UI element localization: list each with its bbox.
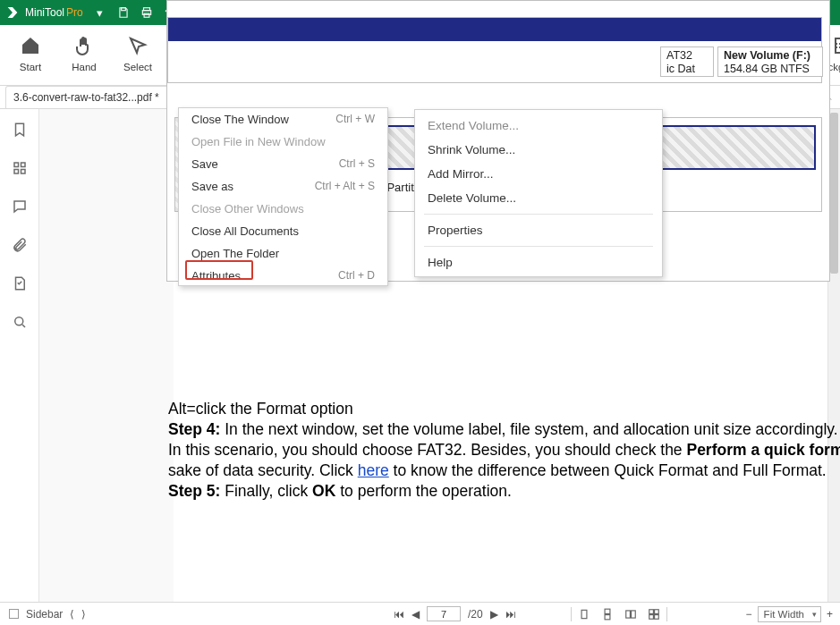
ctx1-save-as[interactable]: Save asCtrl + Alt + S xyxy=(179,175,387,198)
svg-point-29 xyxy=(14,317,22,325)
attachments-icon[interactable] xyxy=(12,237,28,256)
zoom-in-icon[interactable]: + xyxy=(827,608,833,621)
ribbon-start[interactable]: Start xyxy=(4,30,57,72)
svg-rect-27 xyxy=(14,170,19,174)
svg-rect-34 xyxy=(632,610,636,617)
thumbnails-icon[interactable] xyxy=(12,160,28,179)
svg-rect-28 xyxy=(21,170,25,174)
view-continuous-icon[interactable] xyxy=(597,606,618,622)
statusbar: Sidebar ⟨ ⟩ ⏮ ◀ /20 ▶ ⏭ − Fit Width + xyxy=(0,602,840,625)
volume-e-box: AT32ic Dat xyxy=(660,46,714,77)
ctx1-close-all[interactable]: Close All Documents xyxy=(179,220,387,242)
volume-context-menu: Extend Volume... Shrink Volume... Add Mi… xyxy=(414,109,663,277)
qat-dropdown-icon[interactable]: ▾ xyxy=(89,0,112,25)
ctx2-help[interactable]: Help xyxy=(415,250,662,274)
here-link[interactable]: here xyxy=(358,461,389,479)
search-icon[interactable] xyxy=(12,314,28,333)
last-page-icon[interactable]: ⏭ xyxy=(505,608,516,621)
side-toolbar xyxy=(0,109,39,602)
ctx1-open-folder[interactable]: Open The Folder xyxy=(179,242,387,265)
ctx2-delete[interactable]: Delete Volume... xyxy=(415,186,662,210)
view-facing-icon[interactable] xyxy=(620,606,641,622)
document-tab[interactable]: 3.6-convert-raw-to-fat32...pdf * xyxy=(5,86,182,108)
zoom-out-icon[interactable]: − xyxy=(746,608,752,621)
ctx2-extend[interactable]: Extend Volume... xyxy=(415,114,662,138)
svg-rect-25 xyxy=(14,163,19,167)
svg-rect-37 xyxy=(649,614,654,619)
svg-rect-24 xyxy=(836,38,840,53)
svg-rect-32 xyxy=(605,614,610,619)
save-icon[interactable] xyxy=(112,0,135,25)
tab-context-menu: Close The WindowCtrl + W Open File in Ne… xyxy=(178,107,388,286)
svg-rect-26 xyxy=(21,163,25,167)
svg-rect-30 xyxy=(581,610,587,618)
ctx1-close-window[interactable]: Close The WindowCtrl + W xyxy=(179,108,387,131)
view-facing-cont-icon[interactable] xyxy=(643,606,665,622)
ctx2-properties[interactable]: Properties xyxy=(415,218,662,242)
zoom-select[interactable]: Fit Width xyxy=(758,606,821,622)
bookmark-icon[interactable] xyxy=(12,122,28,140)
print-icon[interactable] xyxy=(135,0,158,25)
svg-rect-31 xyxy=(605,609,610,613)
sidebar-label[interactable]: Sidebar xyxy=(26,608,63,621)
ctx1-attributes[interactable]: AttributesCtrl + D xyxy=(179,265,387,287)
next-page-icon[interactable]: ▶ xyxy=(490,608,498,621)
app-logo xyxy=(0,0,25,25)
form-icon[interactable] xyxy=(12,275,28,294)
page-total: /20 xyxy=(468,608,483,621)
prev-sidebar-icon[interactable]: ⟨ xyxy=(70,608,74,621)
comments-icon[interactable] xyxy=(12,198,28,217)
view-single-icon[interactable] xyxy=(573,606,595,622)
svg-rect-35 xyxy=(649,609,654,613)
svg-rect-38 xyxy=(655,614,659,619)
ribbon-select[interactable]: Select xyxy=(111,30,165,72)
ctx2-mirror[interactable]: Add Mirror... xyxy=(415,162,662,186)
ctx2-shrink[interactable]: Shrink Volume... xyxy=(415,138,662,162)
ctx1-close-other[interactable]: Close Other Windows xyxy=(179,198,387,220)
svg-rect-36 xyxy=(655,609,659,613)
first-page-icon[interactable]: ⏮ xyxy=(394,608,404,621)
sidebar-toggle-icon[interactable] xyxy=(9,609,19,619)
ribbon-hand[interactable]: Hand xyxy=(57,30,111,72)
document-text: Alt=click the Format option Step 4: In t… xyxy=(168,399,840,502)
prev-page-icon[interactable]: ◀ xyxy=(412,608,420,621)
volume-f-box: New Volume (F:) 154.84 GB NTFS Healthy (… xyxy=(717,46,823,77)
ctx1-save[interactable]: SaveCtrl + S xyxy=(179,153,387,175)
page-input[interactable] xyxy=(427,606,461,621)
next-sidebar-icon[interactable]: ⟩ xyxy=(81,608,86,621)
svg-rect-0 xyxy=(121,8,125,11)
app-name: MiniToolPro xyxy=(25,6,83,19)
ctx1-open-new[interactable]: Open File in New Window xyxy=(179,131,387,153)
svg-rect-33 xyxy=(626,610,631,617)
